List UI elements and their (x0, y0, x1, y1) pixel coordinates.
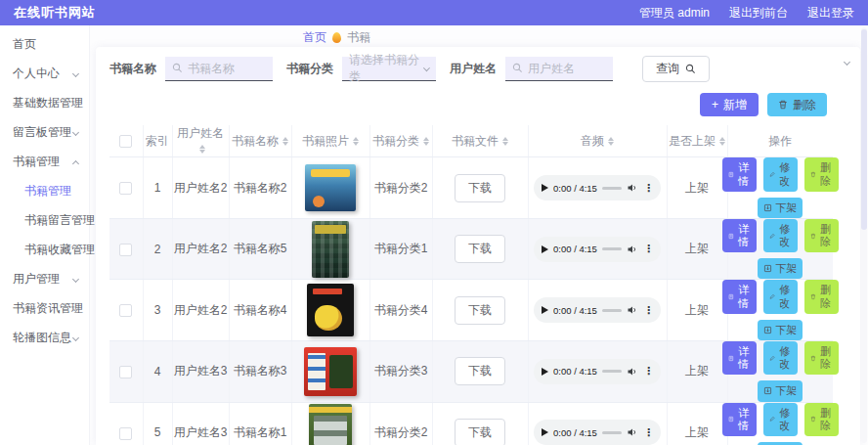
sidebar-item[interactable]: 用户管理 (0, 264, 89, 293)
volume-icon[interactable] (627, 304, 638, 316)
audio-progress-bar[interactable] (602, 187, 622, 190)
volume-icon[interactable] (627, 366, 638, 378)
delete-button[interactable]: 删除 (804, 403, 839, 436)
play-icon[interactable] (542, 368, 548, 376)
logout-link[interactable]: 退出登录 (807, 5, 854, 22)
download-button[interactable]: 下载 (455, 357, 505, 385)
detail-button[interactable]: 详情 (722, 403, 757, 436)
user-name-input[interactable] (505, 57, 613, 81)
category-select[interactable]: 请选择书籍分类 (342, 57, 436, 81)
sort-caret-icon[interactable] (199, 142, 205, 156)
column-header-book[interactable]: 书籍名称 (229, 125, 291, 157)
detail-button[interactable]: 详情 (722, 341, 757, 375)
detail-button[interactable]: 详情 (722, 280, 757, 313)
row-checkbox[interactable] (119, 366, 132, 378)
sidebar-item[interactable]: 书籍资讯管理 (0, 293, 89, 323)
edit-button[interactable]: 修改 (763, 219, 798, 252)
audio-menu-icon[interactable]: ⋮ (643, 427, 654, 438)
play-icon[interactable] (542, 245, 548, 253)
detail-button[interactable]: 详情 (722, 219, 757, 252)
audio-menu-icon[interactable]: ⋮ (643, 366, 654, 377)
sidebar-item[interactable]: 轮播图信息 (0, 323, 89, 352)
row-checkbox[interactable] (119, 427, 132, 440)
edit-button[interactable]: 修改 (763, 280, 798, 313)
sort-caret-icon[interactable] (502, 134, 508, 149)
sort-caret-icon[interactable] (423, 134, 429, 149)
edit-button[interactable]: 修改 (763, 157, 798, 191)
delete-button[interactable]: 删除 (804, 157, 839, 191)
search-button[interactable]: 查询 (642, 56, 710, 82)
volume-icon[interactable] (627, 182, 638, 194)
column-header-checkbox[interactable] (109, 125, 143, 157)
column-header-actions: 操作 (727, 125, 833, 157)
breadcrumb-home[interactable]: 首页 (303, 29, 326, 46)
sidebar-item-label: 用户管理 (13, 272, 60, 286)
column-header-user[interactable]: 用户姓名 (172, 125, 229, 157)
detail-button[interactable]: 详情 (722, 157, 757, 191)
sidebar-item[interactable]: 留言板管理 (0, 117, 89, 147)
sidebar-item[interactable]: 首页 (0, 29, 89, 59)
audio-player: 0:00 / 4:15 ⋮ (534, 359, 661, 384)
column-header-photo[interactable]: 书籍照片 (291, 125, 369, 157)
play-icon[interactable] (542, 184, 548, 192)
column-header-audio[interactable]: 音频 (528, 125, 667, 157)
play-icon[interactable] (542, 306, 548, 314)
sidebar-item[interactable]: 书籍管理 (0, 147, 89, 176)
user-name-field[interactable] (528, 62, 606, 75)
audio-time: 0:00 / 4:15 (553, 305, 597, 316)
row-actions: 详情 修改 删除 下架 (728, 403, 834, 445)
sort-caret-icon[interactable] (353, 134, 359, 149)
sort-caret-icon[interactable] (608, 134, 614, 149)
column-header-category[interactable]: 书籍分类 (369, 125, 432, 157)
offshelf-button[interactable]: 下架 (758, 320, 803, 340)
audio-progress-bar[interactable] (602, 247, 622, 250)
edit-button[interactable]: 修改 (763, 403, 798, 436)
select-all-checkbox[interactable] (119, 135, 132, 148)
book-name-field[interactable] (188, 62, 266, 75)
sidebar-item[interactable]: 基础数据管理 (0, 88, 89, 117)
sidebar-subitem[interactable]: 书籍收藏管理 (0, 235, 89, 264)
delete-button[interactable]: 删除 (804, 280, 839, 313)
add-button[interactable]: + 新增 (700, 93, 759, 116)
bulk-delete-button[interactable]: 删除 (767, 93, 827, 116)
sidebar-subitem[interactable]: 书籍管理 (0, 176, 89, 205)
column-header-status[interactable]: 是否上架 (667, 125, 727, 157)
volume-icon[interactable] (627, 244, 638, 255)
download-button[interactable]: 下载 (455, 174, 505, 202)
audio-progress-bar[interactable] (602, 431, 622, 434)
audio-menu-icon[interactable]: ⋮ (643, 244, 654, 254)
sort-caret-icon[interactable] (719, 134, 725, 149)
table-row: 3 用户姓名2 书籍名称4 书籍分类4 下载 0:00 / 4:15 ⋮ 上架 … (109, 280, 833, 341)
sort-caret-icon[interactable] (282, 134, 288, 149)
pencil-icon (769, 354, 775, 363)
play-icon[interactable] (542, 428, 548, 436)
book-name-input[interactable] (165, 57, 273, 81)
offshelf-button[interactable]: 下架 (758, 380, 803, 401)
audio-menu-icon[interactable]: ⋮ (643, 183, 654, 194)
column-header-file[interactable]: 书籍文件 (432, 125, 528, 157)
book-cover-image (305, 164, 356, 211)
download-button[interactable]: 下载 (455, 419, 505, 445)
volume-icon[interactable] (627, 426, 638, 438)
exit-to-front-link[interactable]: 退出到前台 (729, 5, 788, 22)
audio-progress-bar[interactable] (602, 309, 622, 312)
offshelf-button[interactable]: 下架 (758, 198, 803, 218)
scrollbar-track[interactable] (861, 27, 867, 443)
download-button[interactable]: 下载 (455, 235, 505, 263)
row-checkbox[interactable] (119, 304, 132, 317)
row-checkbox[interactable] (119, 182, 132, 195)
delete-button[interactable]: 删除 (804, 341, 839, 375)
audio-progress-bar[interactable] (602, 370, 622, 373)
book-cover-image (307, 284, 354, 336)
delete-button[interactable]: 删除 (804, 219, 839, 252)
edit-button[interactable]: 修改 (763, 341, 798, 375)
cell-book-name: 书籍名称1 (234, 425, 287, 439)
sidebar-item[interactable]: 个人中心 (0, 59, 89, 88)
scrollbar-thumb[interactable] (861, 29, 867, 230)
row-checkbox[interactable] (119, 244, 132, 256)
offshelf-button[interactable]: 下架 (758, 258, 803, 279)
cell-index: 4 (154, 365, 161, 378)
download-button[interactable]: 下载 (455, 296, 505, 325)
sidebar-subitem[interactable]: 书籍留言管理 (0, 205, 89, 235)
audio-menu-icon[interactable]: ⋮ (643, 305, 654, 316)
